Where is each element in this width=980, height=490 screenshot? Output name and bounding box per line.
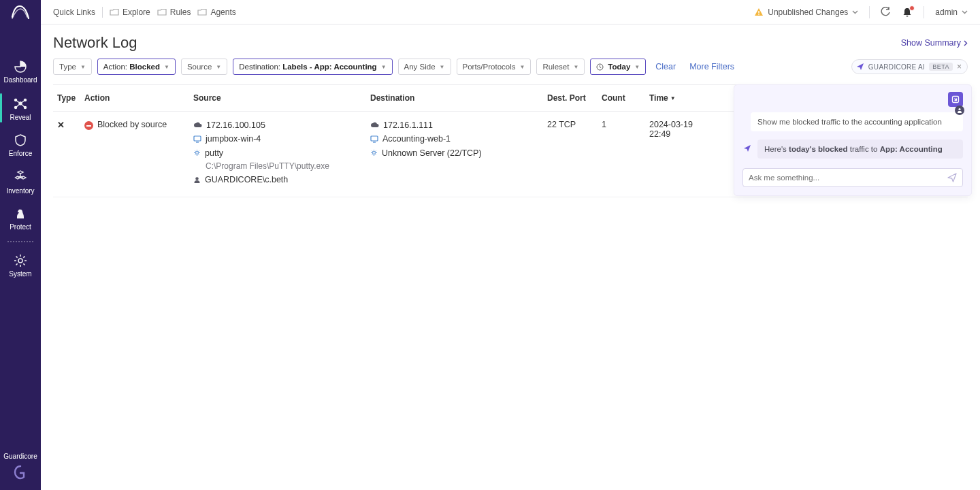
cell-source: 172.16.100.105 jumpbox-win-4 putty C:\Pr… — [189, 112, 366, 197]
cell-count: 1 — [598, 112, 645, 197]
th-destination[interactable]: Destination — [366, 85, 543, 111]
sidebar: Dashboard Reveal Enforce — [0, 0, 41, 490]
refresh-button[interactable] — [881, 7, 891, 17]
filter-ports[interactable]: Ports/Protocols▼ — [457, 59, 532, 75]
chevron-down-icon: ▼ — [381, 64, 387, 70]
chevron-right-icon — [964, 40, 968, 46]
ql-agents[interactable]: Agents — [197, 7, 235, 17]
action-text: Blocked by source — [97, 120, 167, 129]
gear-icon — [14, 254, 27, 267]
th-type[interactable]: Type — [53, 85, 80, 111]
show-summary-link[interactable]: Show Summary — [901, 38, 968, 48]
ai-assist-strong: today's blocked — [789, 145, 847, 153]
user-menu[interactable]: admin — [935, 7, 968, 17]
th-dest-port[interactable]: Dest. Port — [543, 85, 598, 111]
th-count[interactable]: Count — [598, 85, 645, 111]
nav-label: Inventory — [6, 187, 34, 195]
ql-label: Explore — [122, 7, 150, 17]
filter-any-side[interactable]: Any Side▼ — [398, 59, 451, 75]
filter-time[interactable]: Today▼ — [590, 59, 646, 75]
pie-icon — [14, 60, 27, 74]
th-label: Time — [649, 93, 668, 103]
chevron-down-icon — [852, 10, 858, 14]
page-title: Network Log — [53, 34, 137, 52]
shield-icon — [14, 133, 27, 147]
nav-label: System — [9, 270, 31, 278]
send-button[interactable] — [947, 173, 957, 182]
nav-label: Dashboard — [4, 76, 37, 84]
clear-filters[interactable]: Clear — [651, 62, 680, 71]
more-filters[interactable]: More Filters — [685, 62, 738, 71]
time-date: 2024-03-19 — [649, 120, 723, 129]
chess-knight-icon — [14, 207, 27, 220]
svg-line-5 — [16, 100, 20, 103]
chevron-down-icon: ▼ — [80, 64, 86, 70]
source-user: GUARDICORE\c.beth — [205, 174, 288, 185]
cell-destination: 172.16.1.111 Accounting-web-1 Unknown Se… — [366, 112, 543, 197]
unpublished-changes[interactable]: Unpublished Changes — [754, 7, 858, 17]
ql-rules[interactable]: Rules — [157, 7, 191, 17]
ai-user-text: Show me blocked traffic to the accountin… — [757, 118, 942, 126]
x-icon: ✕ — [57, 120, 65, 130]
divider — [869, 6, 870, 18]
close-icon[interactable]: × — [957, 62, 962, 71]
svg-point-22 — [373, 152, 376, 154]
beta-tag: BETA — [929, 63, 953, 71]
ai-input-wrapper — [742, 168, 963, 187]
svg-point-18 — [196, 152, 199, 154]
chip-label: Destination: — [239, 63, 280, 71]
chevron-down-icon: ▼ — [440, 64, 445, 70]
nav-separator — [7, 240, 34, 243]
svg-rect-14 — [759, 14, 760, 14]
nav-dashboard[interactable]: Dashboard — [0, 53, 41, 89]
source-process: putty — [205, 148, 223, 159]
chip-label: Ports/Protocols — [463, 63, 516, 71]
th-action[interactable]: Action — [80, 85, 189, 111]
user-avatar-icon — [955, 105, 964, 115]
chip-label: Action: — [103, 63, 127, 71]
nav-enforce[interactable]: Enforce — [0, 127, 41, 163]
ai-input[interactable] — [749, 174, 947, 182]
ql-explore[interactable]: Explore — [110, 7, 150, 17]
th-time[interactable]: Time▼ — [645, 85, 727, 111]
filter-action[interactable]: Action: Blocked▼ — [97, 59, 176, 75]
ai-assistant-message: Here's today's blocked traffic to App: A… — [742, 140, 963, 159]
th-source[interactable]: Source — [189, 85, 366, 111]
monitor-icon — [370, 135, 378, 143]
filter-ruleset[interactable]: Ruleset▼ — [536, 59, 585, 75]
chip-label: Type — [59, 63, 76, 71]
nav-protect[interactable]: Protect — [0, 200, 41, 236]
filter-bar: Type▼ Action: Blocked▼ Source▼ Destinati… — [41, 59, 980, 84]
chevron-down-icon: ▼ — [519, 64, 525, 70]
chevron-down-icon: ▼ — [634, 64, 640, 70]
nav-reveal[interactable]: Reveal — [0, 89, 41, 127]
nav-label: Protect — [10, 223, 31, 231]
user-icon — [193, 176, 201, 184]
svg-line-7 — [16, 103, 20, 108]
expand-icon — [951, 95, 960, 103]
filter-type[interactable]: Type▼ — [53, 59, 92, 75]
show-summary-label: Show Summary — [901, 38, 961, 48]
ai-send-icon — [742, 144, 752, 153]
ai-badge[interactable]: GUARDICORE AI BETA × — [851, 59, 968, 74]
expand-panel-button[interactable] — [948, 92, 963, 107]
filter-source[interactable]: Source▼ — [181, 59, 227, 75]
source-host: jumpbox-win-4 — [206, 133, 261, 144]
ai-assist-strong: App: Accounting — [880, 145, 943, 153]
brand-logo[interactable] — [0, 1, 41, 26]
ai-user-message: Show me blocked traffic to the accountin… — [751, 112, 963, 131]
gear-small-icon — [193, 149, 201, 157]
nav-inventory[interactable]: Inventory — [0, 163, 41, 200]
svg-point-19 — [195, 177, 198, 180]
nav-label: Reveal — [10, 114, 31, 121]
chevron-down-icon: ▼ — [573, 64, 578, 70]
cloud-icon — [193, 122, 202, 129]
nav-system[interactable]: System — [0, 247, 41, 283]
filter-destination[interactable]: Destination: Labels - App: Accounting▼ — [233, 59, 392, 75]
notifications-button[interactable] — [902, 7, 913, 18]
cell-time: 2024-03-19 22:49 — [645, 112, 727, 197]
sort-desc-icon: ▼ — [670, 95, 676, 101]
chip-label: Any Side — [404, 63, 436, 71]
ql-label: Agents — [210, 7, 235, 17]
monitor-icon — [193, 135, 201, 143]
